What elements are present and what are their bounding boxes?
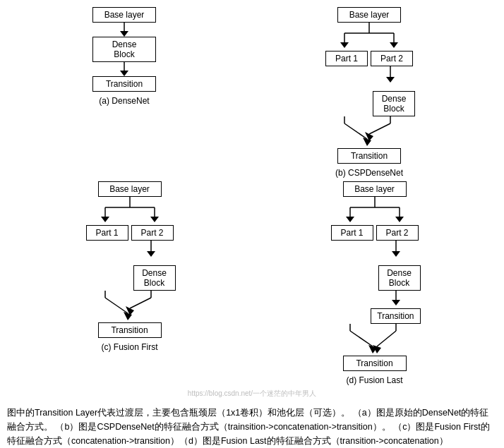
diagram-c-parts: Part 1 Part 2 [86,225,174,241]
diagram-b-parts: Part 1 Part 2 [325,51,413,66]
diagram-d-base-layer: Base layer [343,181,407,197]
svg-marker-23 [150,217,159,222]
diagram-a: Base layer DenseBlock Transition (a) Den… [64,7,184,178]
svg-marker-35 [346,217,354,222]
diagram-d-part2: Part 2 [376,225,419,241]
diagram-d-transition: Transition [371,308,420,324]
diagram-a-transition: Transition [92,76,156,92]
diagram-a-base-layer: Base layer [92,7,156,23]
svg-marker-25 [147,251,155,257]
diagram-d-final-transition: Transition [343,356,407,371]
svg-line-27 [130,298,151,308]
diagram-c-part2: Part 2 [131,225,174,241]
svg-marker-3 [120,71,128,76]
diagram-c-dense-block: DenseBlock [133,265,176,291]
diagram-d: Base layer Part 1 Part 2 DenseBlock [304,181,445,385]
svg-marker-9 [390,42,398,48]
top-diagrams-row: Base layer DenseBlock Transition (a) Den… [7,7,497,178]
diagram-c-base-layer: Base layer [98,181,162,197]
svg-line-16 [344,123,367,139]
diagram-d-parts: Part 1 Part 2 [331,225,419,241]
watermark: https://blog.csdn.net/一个迷茫的中年男人 [7,389,497,399]
svg-marker-11 [386,77,395,83]
diagram-a-dense-block: DenseBlock [92,37,156,62]
diagram-c-transition: Transition [98,322,162,338]
description-paragraph: 图中的Transition Layer代表过渡层，主要包含瓶颈层（1x1卷积）和… [7,406,497,448]
svg-marker-39 [392,251,400,257]
diagram-b-transition: Transition [337,148,401,164]
diagram-b-part1: Part 1 [325,51,368,66]
svg-line-13 [369,123,390,134]
svg-marker-7 [340,42,349,48]
svg-marker-21 [101,217,109,222]
diagram-d-part1: Part 1 [331,225,373,241]
diagram-b-base-layer: Base layer [337,7,401,23]
description-text: 图中的Transition Layer代表过渡层，主要包含瓶颈层（1x1卷积）和… [7,406,497,448]
svg-marker-1 [120,31,128,37]
diagram-d-dense-block: DenseBlock [378,265,421,291]
svg-line-43 [350,331,373,346]
diagram-b-part2: Part 2 [371,51,413,66]
svg-line-30 [105,298,128,313]
diagram-b-dense-block: DenseBlock [373,91,415,116]
diagram-c: Base layer Part 1 Part 2 DenseBlock [59,181,200,385]
diagram-d-caption: (d) Fusion Last [346,375,402,385]
diagram-a-caption: (a) DenseNet [99,96,149,106]
svg-marker-41 [392,300,400,305]
bottom-diagrams-row: Base layer Part 1 Part 2 DenseBlock [7,181,497,385]
diagram-b-caption: (b) CSPDenseNet [335,168,403,178]
diagram-b: Base layer Part 1 Part 2 [299,7,440,178]
svg-line-46 [377,331,396,346]
svg-marker-37 [395,217,404,222]
diagram-c-caption: (c) Fusion First [101,342,157,352]
diagram-c-part1: Part 1 [86,225,128,241]
main-container: Base layer DenseBlock Transition (a) Den… [7,7,497,448]
